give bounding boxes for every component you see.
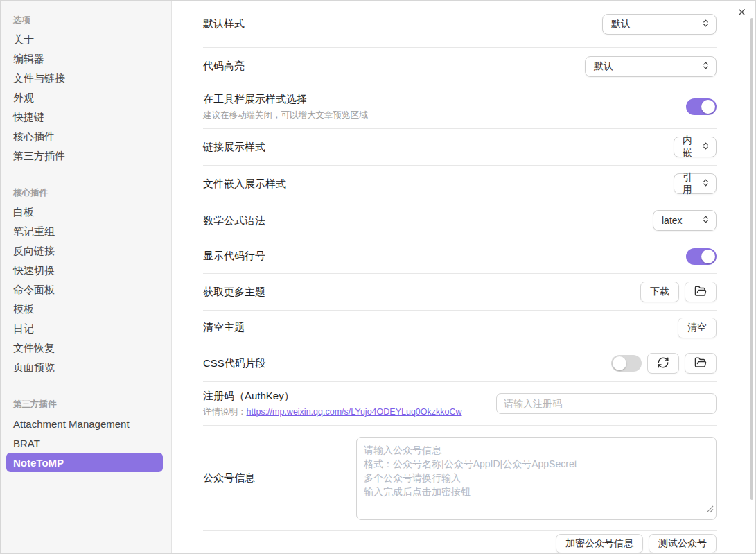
open-themes-folder-button[interactable] — [685, 282, 717, 302]
setting-row-default-style: 默认样式 默认 — [203, 1, 717, 48]
setting-info: 在工具栏展示样式选择 建议在移动端关闭，可以增大文章预览区域 — [203, 93, 368, 121]
folder-open-icon — [694, 285, 707, 300]
sidebar-heading-core-plugins: 核心插件 — [13, 183, 163, 202]
sidebar-item-backlinks[interactable]: 反向链接 — [6, 241, 163, 261]
textarea-placeholder-line: 输入完成后点击加密按钮 — [364, 485, 709, 499]
css-snippet-toggle[interactable] — [611, 355, 642, 372]
setting-row-toolbar-style: 在工具栏展示样式选择 建议在移动端关闭，可以增大文章预览区域 — [203, 85, 717, 129]
setting-label: 链接展示样式 — [203, 141, 265, 154]
sidebar-item-attachment-management[interactable]: Attachment Management — [6, 414, 163, 433]
setting-row-link-style: 链接展示样式 内嵌 — [203, 129, 717, 166]
toggle-knob — [701, 100, 715, 114]
setting-label: 文件嵌入展示样式 — [203, 178, 286, 191]
toggle-knob — [613, 356, 626, 370]
select-value: 默认 — [611, 18, 631, 31]
sidebar-item-community-plugins[interactable]: 第三方插件 — [6, 146, 163, 166]
setting-row-math-syntax: 数学公式语法 latex — [203, 202, 717, 239]
close-icon[interactable] — [735, 6, 748, 18]
sidebar-item-about[interactable]: 关于 — [6, 30, 163, 49]
open-css-snippet-folder-button[interactable] — [685, 353, 717, 374]
link-style-select[interactable]: 内嵌 — [674, 137, 717, 157]
setting-label: 在工具栏展示样式选择 — [203, 93, 368, 106]
default-style-select[interactable]: 默认 — [602, 14, 717, 35]
folder-open-icon — [694, 356, 707, 371]
test-mp-account-button[interactable]: 测试公众号 — [649, 534, 717, 553]
setting-description: 详情说明：https://mp.weixin.qq.com/s/LYujo4OD… — [203, 406, 462, 418]
sidebar-item-brat[interactable]: BRAT — [6, 433, 163, 453]
resize-corner-icon[interactable] — [706, 503, 714, 517]
setting-label: 公众号信息 — [203, 471, 255, 485]
authkey-input[interactable] — [496, 393, 717, 414]
select-value: 内嵌 — [683, 135, 696, 159]
sidebar-item-note-composer[interactable]: 笔记重组 — [6, 222, 163, 241]
embed-style-select[interactable]: 引用 — [674, 173, 717, 194]
sidebar-item-core-plugins[interactable]: 核心插件 — [6, 127, 163, 146]
select-value: 引用 — [683, 171, 696, 196]
sidebar-heading-options: 选项 — [13, 10, 163, 30]
setting-controls: 下载 — [640, 282, 717, 302]
download-themes-button[interactable]: 下载 — [640, 282, 679, 302]
sidebar-item-files-links[interactable]: 文件与链接 — [6, 69, 163, 88]
setting-row-mp-info: 公众号信息 请输入公众号信息 格式：公众号名称|公众号AppID|公众号AppS… — [203, 426, 717, 531]
setting-description: 建议在移动端关闭，可以增大文章预览区域 — [203, 110, 368, 121]
clear-theme-button[interactable]: 清空 — [678, 318, 717, 338]
setting-label: 代码高亮 — [203, 60, 245, 73]
setting-label: 显示代码行号 — [203, 250, 265, 263]
authkey-desc-prefix: 详情说明： — [203, 407, 247, 417]
sidebar-item-canvas[interactable]: 白板 — [6, 202, 163, 222]
setting-label: 获取更多主题 — [203, 286, 265, 299]
sidebar-item-command-palette[interactable]: 命令面板 — [6, 280, 163, 300]
setting-row-more-themes: 获取更多主题 下载 — [203, 274, 717, 311]
setting-row-embed-style: 文件嵌入展示样式 引用 — [203, 166, 717, 202]
select-value: 默认 — [594, 60, 613, 73]
sidebar-heading-community-plugins: 第三方插件 — [13, 395, 163, 414]
setting-row-code-line-numbers: 显示代码行号 — [203, 239, 717, 274]
setting-controls — [611, 353, 717, 374]
settings-sidebar: 选项 关于 编辑器 文件与链接 外观 快捷键 核心插件 第三方插件 核心插件 白… — [1, 1, 172, 553]
setting-label: 清空主题 — [203, 321, 245, 334]
refresh-cw-icon — [657, 356, 669, 371]
math-syntax-select[interactable]: latex — [653, 210, 717, 231]
setting-label: 数学公式语法 — [203, 214, 265, 227]
refresh-css-snippet-button[interactable] — [647, 353, 679, 374]
sidebar-item-page-preview[interactable]: 页面预览 — [6, 358, 163, 377]
authkey-help-link[interactable]: https://mp.weixin.qq.com/s/LYujo4ODEYLuq… — [247, 407, 462, 417]
sidebar-item-quick-switcher[interactable]: 快速切换 — [6, 261, 163, 280]
setting-label: CSS代码片段 — [203, 357, 266, 370]
sidebar-item-appearance[interactable]: 外观 — [6, 88, 163, 107]
code-highlight-select[interactable]: 默认 — [585, 56, 717, 77]
code-line-numbers-toggle[interactable] — [686, 248, 717, 265]
select-value: latex — [662, 215, 683, 226]
setting-label: 注册码（AuthKey） — [203, 390, 462, 403]
sidebar-item-daily-notes[interactable]: 日记 — [6, 319, 163, 338]
sidebar-item-hotkeys[interactable]: 快捷键 — [6, 107, 163, 127]
textarea-placeholder-line: 请输入公众号信息 — [364, 443, 709, 457]
notetomp-settings-panel: 默认样式 默认 代码高亮 默认 在工具栏展示样式选择 建议在移动端关闭，可以增大… — [172, 1, 755, 553]
toolbar-style-toggle[interactable] — [686, 98, 717, 115]
sidebar-item-file-recovery[interactable]: 文件恢复 — [6, 338, 163, 358]
setting-row-css-snippet: CSS代码片段 — [203, 345, 717, 382]
setting-row-code-highlight: 代码高亮 默认 — [203, 48, 717, 85]
setting-row-authkey: 注册码（AuthKey） 详情说明：https://mp.weixin.qq.c… — [203, 382, 717, 426]
scrollbar[interactable] — [750, 18, 753, 500]
mp-info-textarea[interactable]: 请输入公众号信息 格式：公众号名称|公众号AppID|公众号AppSecret … — [356, 437, 717, 520]
chevrons-up-down-icon — [701, 19, 710, 30]
textarea-placeholder-line: 格式：公众号名称|公众号AppID|公众号AppSecret — [364, 457, 709, 471]
settings-footer: 加密公众号信息 测试公众号 — [203, 531, 717, 554]
sidebar-item-notetomp[interactable]: NoteToMP — [6, 453, 163, 472]
sidebar-item-templates[interactable]: 模板 — [6, 300, 163, 319]
chevrons-up-down-icon — [701, 61, 710, 72]
textarea-placeholder-line: 多个公众号请换行输入 — [364, 471, 709, 485]
encrypt-mp-info-button[interactable]: 加密公众号信息 — [556, 534, 643, 553]
setting-row-clear-theme: 清空主题 清空 — [203, 311, 717, 345]
setting-label: 默认样式 — [203, 17, 245, 31]
chevrons-up-down-icon — [701, 141, 710, 153]
chevrons-up-down-icon — [701, 178, 710, 189]
setting-info: 注册码（AuthKey） 详情说明：https://mp.weixin.qq.c… — [203, 390, 462, 418]
toggle-knob — [701, 250, 715, 263]
sidebar-item-editor[interactable]: 编辑器 — [6, 49, 163, 69]
chevrons-up-down-icon — [701, 215, 710, 226]
